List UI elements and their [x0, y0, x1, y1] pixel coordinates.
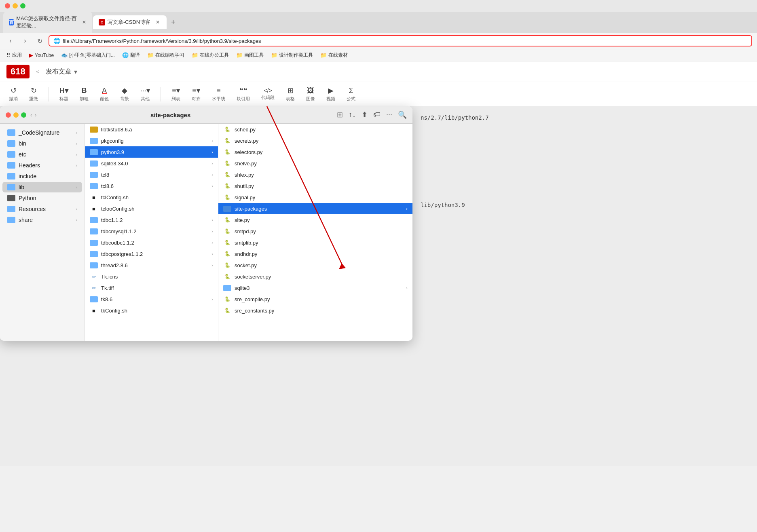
right-item-smtplib[interactable]: 🐍 smtplib.py [218, 237, 412, 248]
finder-search-icon[interactable]: 🔍 [398, 110, 407, 119]
forward-button[interactable]: › [19, 35, 31, 46]
secrets-label: secrets.py [235, 138, 258, 144]
right-item-site-packages[interactable]: site-packages › [218, 203, 412, 214]
col-item-pkgconfig[interactable]: pkgconfig › [85, 135, 218, 146]
bookmark-materials[interactable]: 📁 在线素材 [318, 51, 350, 59]
tool-color[interactable]: A 颜色 [97, 85, 111, 103]
col-item-tdbcmysql[interactable]: tdbcmysql1.1.2 › [85, 226, 218, 237]
right-item-site[interactable]: 🐍 site.py [218, 214, 412, 226]
col-item-thread[interactable]: thread2.8.6 › [85, 260, 218, 271]
close-button[interactable] [5, 3, 10, 8]
bookmark-apps[interactable]: ⠿ 应用 [4, 51, 24, 59]
finder-view-icon[interactable]: ⊞ [337, 110, 343, 119]
minimize-button[interactable] [13, 3, 18, 8]
tool-list[interactable]: ≡▾ 列表 [169, 84, 183, 103]
thread-label: thread2.8.6 [101, 262, 208, 268]
col-item-tdbcpostgres[interactable]: tdbcpostgres1.1.2 › [85, 248, 218, 260]
sidebar-lib-label: lib [19, 184, 24, 190]
sidebar-item-share[interactable]: share › [2, 215, 82, 225]
right-item-shlex[interactable]: 🐍 shlex.py [218, 169, 412, 180]
right-item-secrets[interactable]: 🐍 secrets.py [218, 135, 412, 146]
bookmark-office[interactable]: 📁 在线办公工具 [189, 51, 231, 59]
bookmark-youtube[interactable]: ▶ YouTube [27, 51, 56, 59]
col-item-tkconfig[interactable]: ■ tkConfig.sh [85, 305, 218, 316]
right-item-sndhdr[interactable]: 🐍 sndhdr.py [218, 248, 412, 260]
csdn-tab-close[interactable]: ✕ [154, 19, 161, 25]
col-item-tk86[interactable]: tk8.6 › [85, 293, 218, 305]
finder-more-icon[interactable]: ··· [386, 110, 392, 119]
col-item-sqlite[interactable]: sqlite3.34.0 › [85, 158, 218, 169]
bookmark-design[interactable]: 📁 设计制作类工具 [269, 51, 315, 59]
right-item-sre-compile[interactable]: 🐍 sre_compile.py [218, 293, 412, 305]
right-item-shelve[interactable]: 🐍 shelve.py [218, 158, 412, 169]
col-item-tkicns[interactable]: ✏ Tk.icns [85, 271, 218, 282]
publish-label: 发布文章 [46, 68, 72, 76]
tool-blockquote[interactable]: ❝❝ 块引用 [234, 84, 252, 103]
publish-button[interactable]: 发布文章 ▾ [46, 68, 77, 76]
col-item-tcl8[interactable]: tcl8 › [85, 169, 218, 180]
finder-share-icon[interactable]: ⬆ [362, 110, 368, 119]
sidebar-item-python[interactable]: Python [2, 193, 82, 203]
finder-sort-icon[interactable]: ↑↓ [349, 110, 356, 119]
col-item-tdbc[interactable]: tdbc1.1.2 › [85, 214, 218, 226]
right-item-selectors[interactable]: 🐍 selectors.py [218, 146, 412, 158]
sidebar-item-bin[interactable]: bin › [2, 138, 82, 149]
tool-heading[interactable]: H▾ 标题 [57, 84, 71, 103]
back-button[interactable]: ‹ [5, 35, 16, 46]
sidebar-item-codesignature[interactable]: _CodeSignature › [2, 127, 82, 138]
maximize-button[interactable] [20, 3, 25, 8]
tool-align[interactable]: ≡▾ 对齐 [189, 84, 203, 103]
right-item-shutil[interactable]: 🐍 shutil.py [218, 180, 412, 192]
col-item-python39[interactable]: python3.9 › [85, 146, 218, 158]
right-item-sqlite3[interactable]: sqlite3 › [218, 282, 412, 293]
site-packages-folder-icon [223, 206, 231, 212]
tdbcpostgres-label: tdbcpostgres1.1.2 [101, 251, 208, 257]
col-item-tclconfig[interactable]: ■ tclConfig.sh [85, 192, 218, 203]
sqlite3-folder-icon [223, 285, 231, 291]
sidebar-item-resources[interactable]: Resources › [2, 204, 82, 214]
tool-formula[interactable]: Σ 公式 [344, 85, 358, 103]
finder-tag-icon[interactable]: 🏷 [373, 110, 381, 119]
col-item-tktiff[interactable]: ✏ Tk.tiff [85, 282, 218, 293]
right-item-smtpd[interactable]: 🐍 smtpd.py [218, 226, 412, 237]
tool-background[interactable]: ◆ 背景 [118, 84, 131, 103]
right-item-sre-constants[interactable]: 🐍 sre_constants.py [218, 305, 412, 316]
bookmark-draw[interactable]: 📁 画图工具 [234, 51, 266, 59]
sidebar-item-include[interactable]: include [2, 171, 82, 182]
sidebar-item-headers[interactable]: Headers › [2, 160, 82, 171]
tab-csdn[interactable]: C 写文章-CSDN博客 ✕ [93, 15, 167, 29]
col-item-libtkstub[interactable]: libtkstub8.6.a [85, 124, 218, 135]
tool-video[interactable]: ▶ 视频 [324, 84, 338, 103]
toolbar-separator-1 [49, 87, 49, 101]
folder-materials-icon: 📁 [320, 52, 327, 58]
right-item-signal[interactable]: 🐍 signal.py [218, 192, 412, 203]
bookmark-translate[interactable]: 🌐 翻译 [120, 51, 142, 59]
editor-nav-back[interactable]: ＜ [34, 68, 41, 76]
col-item-tclooconfig[interactable]: ■ tclooConfig.sh [85, 203, 218, 214]
right-item-sched[interactable]: 🐍 sched.py [218, 124, 412, 135]
col-item-tdbcodbc[interactable]: tdbcodbc1.1.2 › [85, 237, 218, 248]
new-tab-button[interactable]: + [167, 17, 179, 28]
tool-hr[interactable]: ≡ 水平线 [209, 85, 228, 103]
tool-bold[interactable]: B 加粗 [77, 85, 91, 103]
bookmark-coding[interactable]: 📁 在线编程学习 [145, 51, 187, 59]
tool-more[interactable]: ···▾ 其他 [138, 84, 152, 103]
finder-titlebar: ‹ › site-packages ⊞ ↑↓ ⬆ 🏷 ··· 🔍 [0, 106, 412, 124]
baidu-tab-label: MAC怎么获取文件路径-百度经验... [16, 15, 78, 30]
tool-undo[interactable]: ↺ 撤消 [6, 84, 20, 103]
tool-code[interactable]: </> 代码段 [259, 86, 277, 102]
refresh-button[interactable]: ↻ [34, 35, 45, 46]
bookmark-fish[interactable]: 🐟 [小甲鱼]零基础入门... [59, 51, 117, 59]
tab-baidu[interactable]: 百 MAC怎么获取文件路径-百度经验... ✕ [3, 12, 92, 33]
right-item-socketserver[interactable]: 🐍 socketserver.py [218, 271, 412, 282]
right-item-socket[interactable]: 🐍 socket.py [218, 260, 412, 271]
tool-table[interactable]: ⊞ 表格 [283, 84, 297, 103]
address-bar[interactable]: 🌐 file:///Library/Frameworks/Python.fram… [49, 35, 752, 46]
col-item-tcl86[interactable]: tcl8.6 › [85, 180, 218, 192]
tool-image[interactable]: 🖼 图像 [304, 85, 317, 103]
sidebar-item-lib[interactable]: lib › [2, 182, 82, 192]
tool-redo[interactable]: ↻ 重做 [27, 84, 40, 103]
sidebar-item-etc[interactable]: etc › [2, 149, 82, 160]
publish-arrow-icon: ▾ [74, 68, 77, 76]
baidu-tab-close[interactable]: ✕ [82, 19, 87, 25]
